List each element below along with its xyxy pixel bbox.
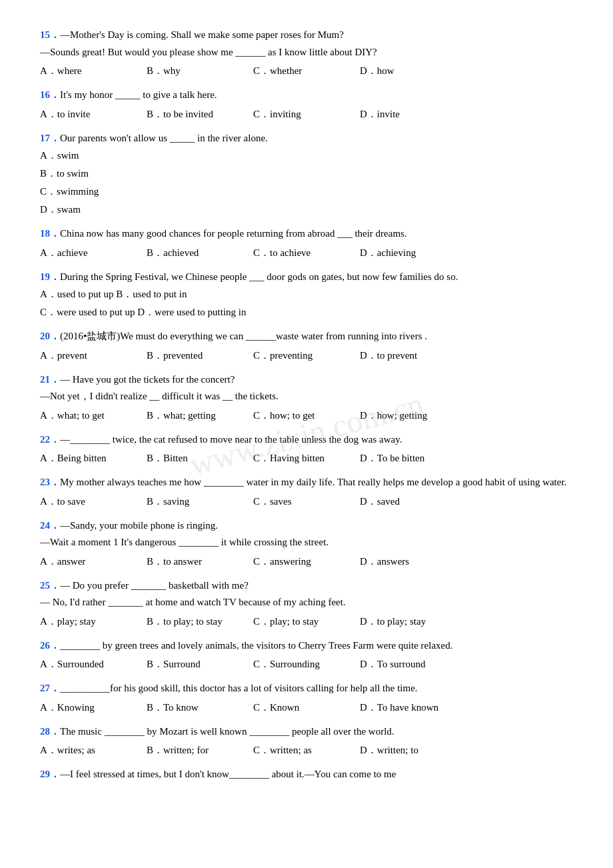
question-block: 18．China now has many good chances for p… <box>40 225 573 262</box>
question-text: 27．__________for his good skill, this do… <box>40 680 573 697</box>
option: A．play; stay <box>40 613 147 631</box>
question-block: 29．—I feel stressed at times, but I don'… <box>40 766 573 783</box>
question-sentence: My mother always teaches me how ________… <box>60 477 566 487</box>
question-number: 21． <box>40 374 60 385</box>
option: B．To know <box>147 699 253 717</box>
option: A．swim <box>40 147 573 165</box>
question-number: 26． <box>40 640 60 651</box>
option: A．to save <box>40 493 147 511</box>
question-block: 25．— Do you prefer _______ basketball wi… <box>40 577 573 631</box>
question-number: 27． <box>40 683 60 693</box>
question-number: 22． <box>40 434 60 445</box>
options-inline: A．what; to getB．what; gettingC．how; to g… <box>40 407 573 425</box>
options-inline: A．answerB．to answerC．answeringD．answers <box>40 553 573 571</box>
question-number: 29． <box>40 769 60 779</box>
question-text: 18．China now has many good chances for p… <box>40 225 573 243</box>
option: C．were used to put up D．were used to put… <box>40 303 573 321</box>
question-text: 24．—Sandy, your mobile phone is ringing. <box>40 517 573 535</box>
question-text2: — No, I'd rather _______ at home and wat… <box>40 594 573 611</box>
option: B．to answer <box>147 553 253 571</box>
option: C．inviting <box>253 105 360 123</box>
question-sentence: (2016•盐城市)We must do everything we can _… <box>60 331 427 341</box>
question-block: 24．—Sandy, your mobile phone is ringing.… <box>40 517 573 571</box>
question-number: 18． <box>40 228 60 239</box>
option: B．to swim <box>40 165 573 183</box>
question-number: 16． <box>40 89 60 100</box>
option: D．To surround <box>360 655 466 673</box>
option: D．to play; stay <box>360 613 466 631</box>
question-number: 20． <box>40 331 60 341</box>
option: C．saves <box>253 493 360 511</box>
question-text: 19．During the Spring Festival, we Chines… <box>40 269 573 286</box>
question-sentence: The music ________ by Mozart is well kno… <box>60 726 394 737</box>
question-number: 24． <box>40 520 60 531</box>
options-inline: A．preventB．preventedC．preventingD．to pre… <box>40 347 573 365</box>
option: C．play; to stay <box>253 613 360 631</box>
option: B．saving <box>147 493 253 511</box>
option: B．to be invited <box>147 105 253 123</box>
option: B．written; for <box>147 741 253 759</box>
option: B．to play; to stay <box>147 613 253 631</box>
option: D．invite <box>360 105 466 123</box>
options-inline: A．Being bittenB．BittenC．Having bittenD．T… <box>40 449 573 467</box>
question-block: 26．________ by green trees and lovely an… <box>40 637 573 674</box>
option: A．writes; as <box>40 741 147 759</box>
option: D．written; to <box>360 741 466 759</box>
option: D．achieving <box>360 244 466 262</box>
question-text2: —Wait a moment 1 It's dangerous ________… <box>40 534 573 551</box>
options-inline: A．writes; asB．written; forC．written; asD… <box>40 741 573 759</box>
question-text: 20．(2016•盐城市)We must do everything we ca… <box>40 328 573 345</box>
option: D．how <box>360 62 466 80</box>
question-text: 21．― Have you got the tickets for the co… <box>40 371 573 389</box>
question-text: 29．—I feel stressed at times, but I don'… <box>40 766 573 783</box>
question-sentence: ________ by green trees and lovely anima… <box>60 640 452 651</box>
options-inline: A．play; stayB．to play; to stayC．play; to… <box>40 613 573 631</box>
option: D．To have known <box>360 699 466 717</box>
question-text: 25．— Do you prefer _______ basketball wi… <box>40 577 573 595</box>
option: C．swimming <box>40 183 573 201</box>
question-text: 22．—________ twice, the cat refused to m… <box>40 431 573 449</box>
question-sentence: It's my honor _____ to give a talk here. <box>60 89 217 100</box>
option: B．what; getting <box>147 407 253 425</box>
option: B．prevented <box>147 347 253 365</box>
option: C．written; as <box>253 741 360 759</box>
option: A．prevent <box>40 347 147 365</box>
question-sentence: —Sandy, your mobile phone is ringing. <box>60 520 218 531</box>
options-inline: A．whereB．whyC．whetherD．how <box>40 62 573 80</box>
question-block: 22．—________ twice, the cat refused to m… <box>40 431 573 468</box>
question-text: 28．The music ________ by Mozart is well … <box>40 723 573 741</box>
option: D．To be bitten <box>360 449 466 467</box>
question-sentence: ― Have you got the tickets for the conce… <box>60 374 235 385</box>
question-sentence: __________for his good skill, this docto… <box>60 683 418 693</box>
question-sentence: — Do you prefer _______ basketball with … <box>60 580 249 591</box>
question-number: 15． <box>40 29 60 40</box>
options-inline: A．achieveB．achievedC．to achieveD．achievi… <box>40 244 573 262</box>
option: C．answering <box>253 553 360 571</box>
question-sentence: During the Spring Festival, we Chinese p… <box>60 271 458 282</box>
question-number: 28． <box>40 726 60 737</box>
option: A．answer <box>40 553 147 571</box>
option: D．saved <box>360 493 466 511</box>
option: D．swam <box>40 201 573 219</box>
question-block: 16．It's my honor _____ to give a talk he… <box>40 87 573 123</box>
question-number: 19． <box>40 271 60 282</box>
question-block: 15．—Mother's Day is coming. Shall we mak… <box>40 27 573 80</box>
question-sentence: Our parents won't allow us _____ in the … <box>60 133 268 143</box>
options-block: A．swimB．to swimC．swimmingD．swam <box>40 147 573 219</box>
option: A．used to put up B．used to put in <box>40 285 573 303</box>
option: C．preventing <box>253 347 360 365</box>
question-text: 23．My mother always teaches me how _____… <box>40 474 573 491</box>
options-inline: A．SurroundedB．SurroundC．SurroundingD．To … <box>40 655 573 673</box>
question-sentence: —________ twice, the cat refused to move… <box>60 434 402 445</box>
option: B．Surround <box>147 655 253 673</box>
question-block: 21．― Have you got the tickets for the co… <box>40 371 573 425</box>
option: D．how; getting <box>360 407 466 425</box>
question-text: 15．—Mother's Day is coming. Shall we mak… <box>40 27 573 44</box>
question-text2: —Sounds great! But would you please show… <box>40 44 573 61</box>
option: C．Surrounding <box>253 655 360 673</box>
questions-container: 15．—Mother's Day is coming. Shall we mak… <box>40 27 573 783</box>
option: C．to achieve <box>253 244 360 262</box>
option: D．answers <box>360 553 466 571</box>
question-text: 17．Our parents won't allow us _____ in t… <box>40 130 573 147</box>
question-number: 17． <box>40 133 60 143</box>
